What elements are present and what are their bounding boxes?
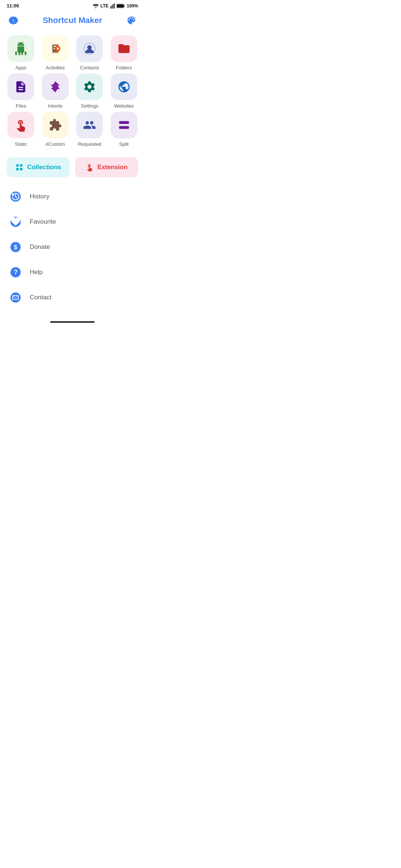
grid-item-websites[interactable]: Websites [108,73,140,109]
split-label: Split [119,141,128,147]
network-type: LTE [101,3,109,9]
grid-item-requested[interactable]: Requested [74,112,105,147]
collections-button[interactable]: Collections [7,157,70,177]
files-icon [14,80,27,93]
history-icon-wrap [9,190,22,203]
svg-text:?: ? [14,269,18,276]
activities-icon [49,42,62,55]
apps-icon-wrap [7,35,34,62]
svg-text:$: $ [14,244,17,250]
favourite-icon [10,216,21,227]
grid-item-apps[interactable]: Apps [5,35,37,70]
palette-icon [126,15,137,26]
folders-icon [117,42,131,55]
status-bar: 11:00 LTE 100% [0,0,145,10]
favourite-icon-wrap [9,215,22,228]
intents-icon [49,80,62,93]
battery-percent: 100% [127,3,138,9]
help-icon: ? [10,267,21,278]
static-label: Static [15,141,27,147]
help-icon-wrap: ? [9,266,22,279]
svg-rect-21 [16,168,19,170]
contacts-icon-wrap [76,35,103,62]
activities-icon-wrap [42,35,69,62]
custom-icon-wrap [42,112,69,138]
svg-rect-20 [20,164,22,167]
action-buttons: Collections Extension [0,150,145,181]
favourite-label: Favourite [30,218,56,226]
favourite-item[interactable]: Favourite [0,209,145,234]
contact-item[interactable]: Contact [0,285,145,310]
websites-icon-wrap [111,73,137,100]
header: ! Shortcut Maker [0,10,145,29]
help-item[interactable]: ? Help [0,260,145,285]
android-icon [14,42,27,55]
grid-item-intents[interactable]: Intents [40,73,71,109]
history-label: History [30,193,49,200]
battery-icon [117,4,125,8]
home-indicator [50,321,95,323]
custom-icon [49,118,62,132]
donate-icon: $ [10,241,21,253]
bottom-bar [0,318,145,328]
extension-button[interactable]: Extension [75,157,138,177]
palette-button[interactable] [125,14,138,27]
apps-label: Apps [15,65,26,70]
contact-icon-wrap [9,291,22,304]
signal-icon [110,3,115,9]
files-label: Files [16,103,26,109]
svg-rect-6 [124,5,125,7]
menu-list: History Favourite $ Donate ? Help [0,181,145,318]
history-item[interactable]: History [0,184,145,209]
intents-label: Intents [48,103,62,109]
split-icon [117,118,131,132]
folders-icon-wrap [111,35,137,62]
static-icon-wrap [7,112,34,138]
svg-rect-1 [110,6,111,9]
svg-rect-18 [119,126,129,129]
badge-icon: ! [8,15,19,26]
settings-icon-wrap [76,73,103,100]
custom-label: #Custom [46,141,65,147]
svg-rect-19 [16,164,19,167]
settings-icon [83,80,96,93]
static-icon [14,118,27,132]
svg-point-29 [10,292,21,303]
svg-rect-4 [114,3,115,9]
svg-rect-17 [119,121,129,124]
svg-rect-2 [112,5,113,9]
settings-label: Settings [81,103,98,109]
grid-item-static[interactable]: Static [5,112,37,147]
collections-grid-icon [15,163,23,171]
websites-label: Websites [114,103,134,109]
badge-button[interactable]: ! [7,14,20,27]
grid-item-folders[interactable]: Folders [108,35,140,70]
svg-rect-22 [20,168,22,170]
status-right: LTE 100% [93,3,138,9]
grid-item-contacts[interactable]: Contacts [74,35,105,70]
svg-rect-7 [117,4,123,7]
grid-item-activities[interactable]: Activities [40,35,71,70]
contacts-label: Contacts [80,65,99,70]
intents-icon-wrap [42,73,69,100]
grid-item-files[interactable]: Files [5,73,37,109]
donate-item[interactable]: $ Donate [0,234,145,260]
help-label: Help [30,269,43,276]
requested-icon-wrap [76,112,103,138]
collections-label: Collections [27,164,61,171]
activities-label: Activities [46,65,65,70]
svg-rect-3 [113,4,114,9]
grid-item-settings[interactable]: Settings [74,73,105,109]
folders-label: Folders [116,65,132,70]
split-icon-wrap [111,112,137,138]
shortcut-grid: Apps Activities Contacts [0,29,145,150]
contact-label: Contact [30,294,52,301]
requested-label: Requested [78,141,101,147]
contacts-icon [83,42,96,55]
svg-text:!: ! [13,18,14,23]
grid-item-split[interactable]: Split [108,112,140,147]
requested-icon [83,118,96,132]
grid-item-custom[interactable]: #Custom [40,112,71,147]
svg-point-15 [87,45,92,50]
app-title: Shortcut Maker [43,16,102,25]
